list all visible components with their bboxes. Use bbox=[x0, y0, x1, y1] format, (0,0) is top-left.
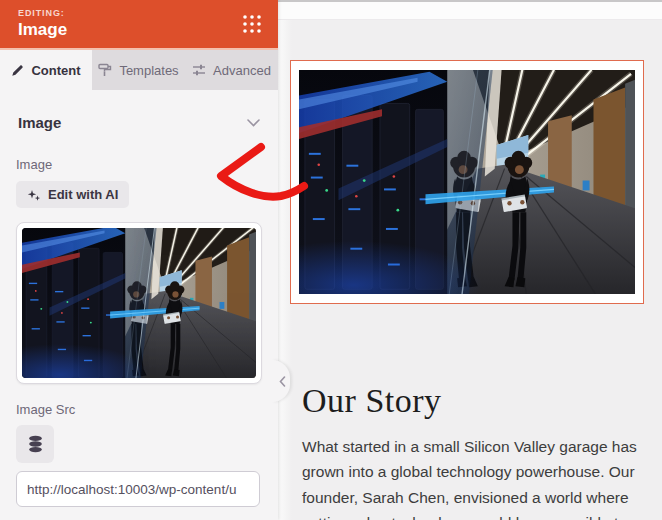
content-panel: Image Image Edit with AI Image Src bbox=[0, 106, 278, 507]
image-src-input[interactable] bbox=[16, 471, 260, 507]
preview-canvas: Our Story What started in a small Silico… bbox=[278, 20, 662, 520]
sidebar-header: EDITING: Image bbox=[0, 0, 278, 48]
database-icon bbox=[27, 435, 44, 453]
tab-advanced-label: Advanced bbox=[213, 63, 271, 78]
sidebar-tabs: Content Templates Advanced bbox=[0, 48, 278, 90]
editing-block-title: Image bbox=[18, 20, 67, 40]
image-thumbnail[interactable] bbox=[16, 222, 262, 384]
tab-content[interactable]: Content bbox=[0, 50, 92, 90]
preview-paragraph[interactable]: What started in a small Silicon Valley g… bbox=[302, 434, 654, 520]
section-image-header[interactable]: Image bbox=[16, 106, 262, 139]
tab-templates[interactable]: Templates bbox=[92, 50, 185, 90]
server-room-photo bbox=[299, 70, 635, 294]
tab-content-label: Content bbox=[31, 63, 80, 78]
paint-roller-icon bbox=[98, 63, 112, 77]
editing-label: EDITING: bbox=[18, 8, 67, 18]
edit-with-ai-button[interactable]: Edit with AI bbox=[16, 181, 129, 208]
tab-templates-label: Templates bbox=[119, 63, 178, 78]
sparkles-icon bbox=[27, 188, 41, 202]
chevron-left-icon bbox=[279, 376, 286, 387]
settings-sidebar: EDITING: Image Content bbox=[0, 0, 278, 520]
pencil-icon bbox=[11, 64, 24, 77]
image-field-label: Image bbox=[16, 157, 262, 172]
preview-topbar bbox=[278, 0, 662, 20]
chevron-down-icon bbox=[247, 119, 260, 127]
tab-advanced[interactable]: Advanced bbox=[185, 50, 278, 90]
page-builder-app: EDITING: Image Content bbox=[0, 0, 662, 520]
sidebar-header-text: EDITING: Image bbox=[18, 8, 67, 40]
server-room-photo-thumbnail bbox=[22, 228, 256, 378]
apps-grid-icon[interactable] bbox=[241, 13, 263, 35]
sliders-icon bbox=[192, 63, 206, 77]
section-title: Image bbox=[18, 114, 61, 131]
dynamic-source-button[interactable] bbox=[16, 425, 54, 463]
live-preview: Our Story What started in a small Silico… bbox=[278, 0, 662, 520]
image-src-label: Image Src bbox=[16, 402, 262, 417]
selected-image-block[interactable] bbox=[290, 60, 644, 304]
edit-with-ai-label: Edit with AI bbox=[48, 187, 118, 202]
preview-heading[interactable]: Our Story bbox=[302, 382, 442, 420]
